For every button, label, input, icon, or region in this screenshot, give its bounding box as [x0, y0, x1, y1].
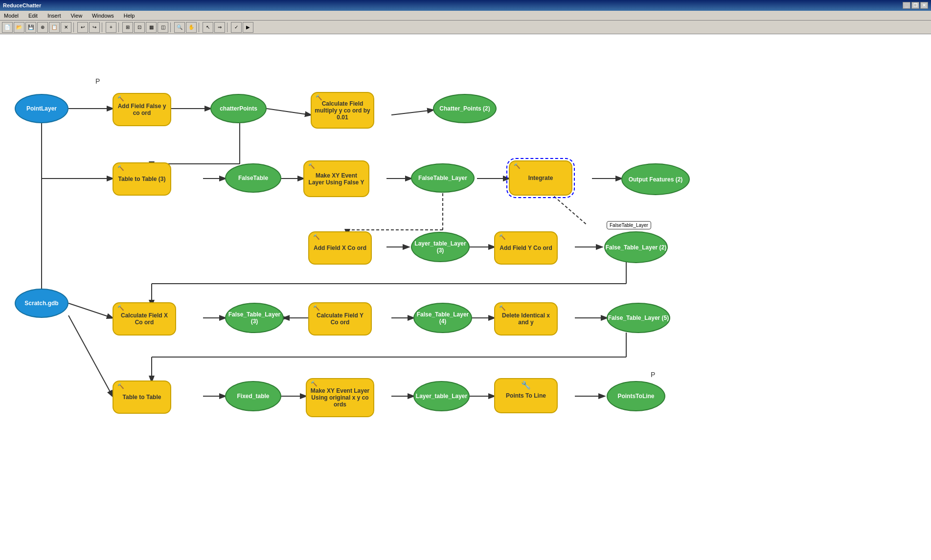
hammer-icon-3: 🔨	[117, 165, 124, 171]
copy-button[interactable]: ⊕	[37, 22, 48, 33]
chatter-points-2-label: Chatter_Points (2)	[439, 105, 490, 112]
make-xy-original-label: Make XY Event Layer Using original x y c…	[310, 387, 370, 408]
close-button[interactable]: ✕	[920, 2, 928, 9]
label-p-top: P	[95, 77, 100, 85]
false-table-layer-2-node[interactable]: False_Table_Layer (2)	[604, 231, 668, 263]
points-to-line-out-node[interactable]: PointsToLine	[607, 381, 665, 411]
false-table-layer-5-node[interactable]: False_Table_Layer (5)	[607, 303, 670, 333]
false-table-layer-3-node[interactable]: False_Table_Layer (3)	[225, 303, 284, 333]
validate-button[interactable]: ✓	[231, 22, 242, 33]
layer-table-layer-label: Layer_table_Layer	[416, 393, 467, 400]
false-table-layer-4-label: False_Table_Layer (4)	[414, 311, 471, 325]
pan-button[interactable]: ✋	[186, 22, 197, 33]
hammer-icon-9: 🔨	[313, 305, 320, 311]
svg-line-27	[68, 315, 113, 396]
layer-table-layer-3-label: Layer_table_Layer (3)	[412, 240, 469, 254]
separator-2	[102, 22, 104, 32]
false-table-label: FalseTable	[238, 175, 268, 181]
separator-4	[170, 22, 172, 32]
table-to-table-node[interactable]: 🔨 Table to Table	[113, 381, 171, 414]
new-button[interactable]: 📄	[2, 22, 13, 33]
grid-button[interactable]: ⊞	[122, 22, 133, 33]
menu-help[interactable]: Help	[122, 13, 137, 19]
menu-model[interactable]: Model	[2, 13, 21, 19]
grid2-button[interactable]: ⊡	[134, 22, 145, 33]
canvas-area[interactable]: P P PointLayer 🔨 Add Field False y co or…	[0, 34, 931, 560]
separator-3	[118, 22, 120, 32]
add-field-y-coord-label: Add Field Y Co ord	[500, 245, 552, 251]
scratch-gdb-node[interactable]: Scratch.gdb	[15, 289, 68, 318]
points-to-line-out-label: PointsToLine	[617, 393, 654, 400]
connect-button[interactable]: ⇒	[214, 22, 225, 33]
select-button[interactable]: ↖	[203, 22, 213, 33]
delete-button[interactable]: ✕	[61, 22, 71, 33]
false-table-node[interactable]: FalseTable	[225, 163, 281, 193]
integrate-label: Integrate	[528, 175, 553, 181]
menu-view[interactable]: View	[68, 13, 84, 19]
add-field-false-y-node[interactable]: 🔨 Add Field False y co ord	[113, 93, 171, 126]
run-button[interactable]: ▶	[243, 22, 253, 33]
add-field-x-coord-label: Add Field X Co ord	[314, 245, 366, 251]
title-bar: ReduceChatter _ ❐ ✕	[0, 0, 931, 11]
delete-identical-node[interactable]: 🔨 Delete Identical x and y	[494, 302, 558, 336]
table-to-table-3-node[interactable]: 🔨 Table to Table (3)	[113, 162, 171, 196]
calc-field-x-node[interactable]: 🔨 Calculate Field X Co ord	[113, 302, 176, 336]
paste-button[interactable]: 📋	[49, 22, 60, 33]
save-button[interactable]: 💾	[25, 22, 36, 33]
toolbar: 📄 📂 💾 ⊕ 📋 ✕ ↩ ↪ + ⊞ ⊡ ▦ ◫ 🔍 ✋ ↖ ⇒ ✓ ▶	[0, 21, 931, 34]
false-table-layer-4-node[interactable]: False_Table_Layer (4)	[413, 303, 472, 333]
separator-5	[199, 22, 201, 32]
undo-button[interactable]: ↩	[77, 22, 88, 33]
window-title: ReduceChatter	[3, 2, 41, 8]
false-table-layer-3-label: False_Table_Layer (3)	[226, 311, 283, 325]
delete-identical-label: Delete Identical x and y	[498, 312, 554, 326]
point-layer-label: PointLayer	[26, 105, 57, 112]
hammer-icon-12: 🔨	[311, 381, 318, 387]
make-xy-original-node[interactable]: 🔨 Make XY Event Layer Using original x y…	[306, 378, 374, 417]
point-layer-node[interactable]: PointLayer	[15, 94, 68, 123]
layer-table-layer-3-node[interactable]: Layer_table_Layer (3)	[411, 232, 470, 262]
table-to-table-label: Table to Table	[123, 394, 161, 401]
hammer-icon-4: 🔨	[308, 163, 315, 169]
make-xy-false-y-node[interactable]: 🔨 Make XY Event Layer Using False Y	[303, 160, 369, 197]
layer-table-layer-node[interactable]: Layer_table_Layer	[413, 381, 470, 411]
hammer-icon-10: 🔨	[499, 305, 506, 311]
false-table-layer-node[interactable]: FalseTable_Layer	[411, 163, 475, 193]
scratch-gdb-label: Scratch.gdb	[24, 300, 58, 307]
calc-field-y-node[interactable]: 🔨 Calculate Field Y Co ord	[308, 302, 372, 336]
menu-windows[interactable]: Windows	[90, 13, 116, 19]
false-table-layer-5-label: False_Table_Layer (5)	[608, 314, 669, 321]
add-field-x-coord-node[interactable]: 🔨 Add Field X Co ord	[308, 231, 372, 265]
restore-button[interactable]: ❐	[911, 2, 919, 9]
menu-insert[interactable]: Insert	[45, 13, 63, 19]
separator-6	[227, 22, 229, 32]
grid3-button[interactable]: ▦	[146, 22, 157, 33]
hammer-icon-1: 🔨	[117, 95, 124, 102]
hammer-icon-5: 🔨	[514, 163, 521, 169]
chatter-points-label: chatterPoints	[220, 105, 257, 112]
hammer-icon-8: 🔨	[117, 305, 124, 311]
zoom-button[interactable]: 🔍	[174, 22, 185, 33]
points-to-line-node[interactable]: 🔧 Points To Line	[494, 378, 558, 413]
chatter-points-node[interactable]: chatterPoints	[210, 94, 267, 123]
fixed-table-node[interactable]: Fixed_table	[225, 381, 281, 411]
minimize-button[interactable]: _	[903, 2, 910, 9]
output-features-2-node[interactable]: Output Features (2)	[621, 163, 690, 195]
make-xy-false-y-label: Make XY Event Layer Using False Y	[307, 172, 365, 186]
separator-1	[73, 22, 75, 32]
hammer-icon-6: 🔨	[313, 234, 320, 240]
redo-button[interactable]: ↪	[89, 22, 100, 33]
window-controls[interactable]: _ ❐ ✕	[903, 2, 928, 9]
calc-field-x-label: Calculate Field X Co ord	[116, 312, 172, 326]
hammer-icon-7: 🔨	[499, 234, 506, 240]
chatter-points-2-node[interactable]: Chatter_Points (2)	[433, 94, 497, 123]
add-button[interactable]: +	[106, 22, 116, 33]
hammer-icon-2: 🔨	[316, 94, 322, 101]
grid4-button[interactable]: ◫	[158, 22, 168, 33]
integrate-node[interactable]: 🔨 Integrate	[509, 160, 572, 196]
add-field-y-coord-node[interactable]: 🔨 Add Field Y Co ord	[494, 231, 558, 265]
menu-edit[interactable]: Edit	[26, 13, 40, 19]
calc-field-multiply-node[interactable]: 🔨 Calculate Field multiply y co ord by 0…	[311, 92, 374, 129]
points-to-line-icon: 🔧	[521, 381, 531, 390]
open-button[interactable]: 📂	[14, 22, 24, 33]
